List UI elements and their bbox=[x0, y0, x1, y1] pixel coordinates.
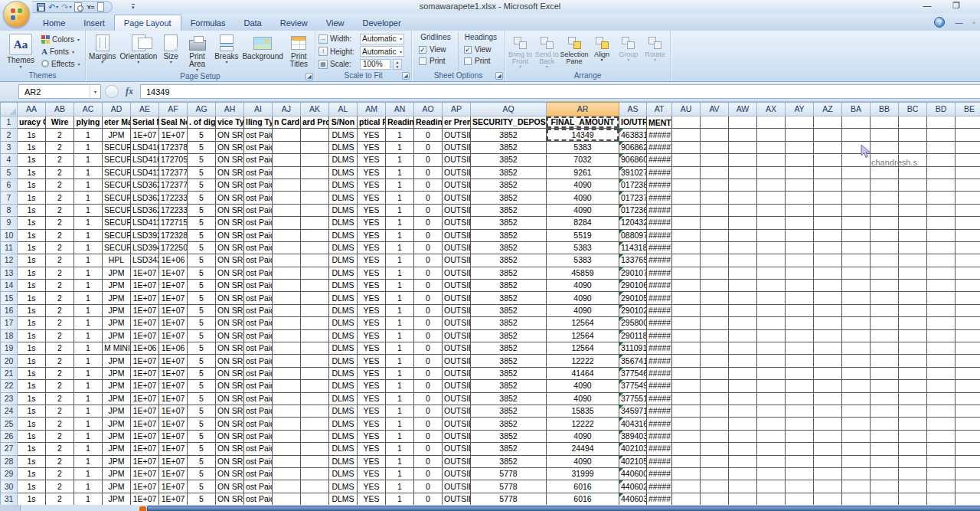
cell-AD10[interactable]: SECURE bbox=[103, 229, 131, 241]
cell-AJ4[interactable] bbox=[273, 154, 301, 166]
cell-AL24[interactable]: DLMS bbox=[329, 405, 358, 417]
cell-AS11[interactable]: 114318 bbox=[619, 241, 647, 254]
cell-BB5[interactable] bbox=[871, 166, 899, 179]
cell-AY28[interactable] bbox=[786, 455, 814, 467]
cell-AS5[interactable]: 391027 bbox=[619, 166, 647, 179]
document-icon[interactable] bbox=[97, 2, 104, 11]
cell-AH17[interactable]: ON SRB bbox=[216, 317, 244, 329]
cell-AX5[interactable] bbox=[757, 166, 786, 179]
cell-AL17[interactable]: DLMS bbox=[329, 317, 358, 329]
cell-AH26[interactable]: ON SRB bbox=[216, 430, 244, 442]
cell-AH22[interactable]: ON SRB bbox=[216, 380, 244, 392]
cell-AV1[interactable] bbox=[701, 116, 729, 129]
cell-BE1[interactable] bbox=[956, 116, 980, 129]
cell-AX7[interactable] bbox=[757, 192, 786, 204]
cell-AD24[interactable]: JPM bbox=[103, 405, 131, 417]
cell-AX13[interactable] bbox=[757, 267, 786, 279]
cell-AM14[interactable]: YES bbox=[358, 280, 386, 292]
cell-BD18[interactable] bbox=[927, 329, 956, 342]
cell-AB19[interactable]: 2 bbox=[46, 342, 74, 355]
cell-AT20[interactable]: ##### bbox=[647, 355, 672, 367]
formula-input[interactable]: 14349 bbox=[140, 84, 980, 99]
cell-BC2[interactable] bbox=[899, 129, 927, 141]
cell-BA12[interactable] bbox=[842, 254, 871, 267]
cell-BC14[interactable] bbox=[899, 280, 927, 292]
cell-AN22[interactable]: 1 bbox=[386, 380, 414, 392]
cell-AG18[interactable]: 5 bbox=[188, 329, 216, 342]
cell-AO5[interactable]: 0 bbox=[414, 166, 443, 179]
cell-AZ7[interactable] bbox=[814, 192, 842, 204]
cell-BE24[interactable] bbox=[956, 405, 980, 417]
cell-AP10[interactable]: OUTSIDI bbox=[443, 229, 471, 241]
row-header-17[interactable]: 17 bbox=[1, 317, 18, 329]
cell-BD11[interactable] bbox=[927, 241, 956, 254]
cell-AI1[interactable]: lling Ty bbox=[244, 116, 273, 129]
cell-BD21[interactable] bbox=[927, 367, 956, 379]
cell-AW13[interactable] bbox=[729, 267, 757, 279]
cell-AR22[interactable]: 4090 bbox=[547, 380, 619, 392]
row-header-27[interactable]: 27 bbox=[1, 443, 18, 455]
cell-BB10[interactable] bbox=[871, 229, 899, 241]
cell-AJ10[interactable] bbox=[273, 229, 301, 241]
cell-AH11[interactable]: ON SRB bbox=[216, 241, 244, 254]
cell-AA26[interactable]: 1s bbox=[18, 430, 46, 442]
cell-AC16[interactable]: 1 bbox=[74, 304, 103, 316]
cell-AR31[interactable]: 6016 bbox=[547, 493, 619, 505]
cell-AJ12[interactable] bbox=[273, 254, 301, 267]
cell-BA20[interactable] bbox=[842, 355, 871, 367]
cell-AC23[interactable]: 1 bbox=[74, 392, 103, 405]
cell-AE27[interactable]: 1E+07 bbox=[131, 443, 159, 455]
cell-AF8[interactable]: 172233 bbox=[159, 204, 188, 216]
cell-AG8[interactable]: 5 bbox=[188, 204, 216, 216]
cell-AK7[interactable] bbox=[301, 192, 329, 204]
cell-AO18[interactable]: 0 bbox=[414, 329, 443, 342]
cell-AT28[interactable]: ##### bbox=[647, 455, 672, 467]
cell-AR6[interactable]: 4090 bbox=[547, 179, 619, 191]
cell-AH10[interactable]: ON SRB bbox=[216, 229, 244, 241]
row-header-24[interactable]: 24 bbox=[1, 405, 18, 417]
cell-AX3[interactable] bbox=[757, 141, 786, 153]
cell-AI17[interactable]: ost Paid bbox=[244, 317, 273, 329]
cell-AZ9[interactable] bbox=[814, 217, 842, 229]
cell-BB29[interactable] bbox=[871, 467, 899, 480]
cell-BE2[interactable] bbox=[956, 129, 980, 141]
cell-AU1[interactable] bbox=[672, 116, 701, 129]
row-header-23[interactable]: 23 bbox=[1, 392, 18, 405]
cell-AK2[interactable] bbox=[301, 129, 329, 141]
cell-AK3[interactable] bbox=[301, 141, 329, 153]
cell-AL19[interactable]: DLMS bbox=[329, 342, 358, 355]
cell-BC8[interactable] bbox=[899, 204, 927, 216]
cell-AL28[interactable]: DLMS bbox=[329, 455, 358, 467]
cell-AG30[interactable]: 5 bbox=[188, 480, 216, 493]
cell-AR16[interactable]: 4090 bbox=[547, 304, 619, 316]
cell-AD6[interactable]: SECURE bbox=[103, 179, 131, 191]
cell-AX26[interactable] bbox=[757, 430, 786, 442]
cell-BE28[interactable] bbox=[956, 455, 980, 467]
cell-BC9[interactable] bbox=[899, 217, 927, 229]
cell-AH27[interactable]: ON SRB bbox=[216, 443, 244, 455]
cell-BC13[interactable] bbox=[899, 267, 927, 279]
cell-BC22[interactable] bbox=[899, 380, 927, 392]
cell-AM13[interactable]: YES bbox=[358, 267, 386, 279]
cell-AN8[interactable]: 1 bbox=[386, 204, 414, 216]
cell-AF9[interactable]: 172715 bbox=[159, 217, 188, 229]
cell-AO24[interactable]: 0 bbox=[414, 405, 443, 417]
cell-BE21[interactable] bbox=[956, 367, 980, 379]
cell-AE28[interactable]: 1E+07 bbox=[131, 455, 159, 467]
cell-AM20[interactable]: YES bbox=[358, 355, 386, 367]
cell-BD3[interactable] bbox=[927, 141, 956, 153]
cell-AC6[interactable]: 1 bbox=[74, 179, 103, 191]
tab-review[interactable]: Review bbox=[271, 15, 317, 31]
cell-AB27[interactable]: 2 bbox=[46, 443, 74, 455]
row-header-14[interactable]: 14 bbox=[1, 280, 18, 292]
cell-BD14[interactable] bbox=[927, 280, 956, 292]
cell-AF28[interactable]: 1E+07 bbox=[159, 455, 188, 467]
cell-AC14[interactable]: 1 bbox=[74, 280, 103, 292]
row-header-21[interactable]: 21 bbox=[1, 367, 18, 379]
cell-AY27[interactable] bbox=[786, 443, 814, 455]
cell-AL5[interactable]: DLMS bbox=[329, 166, 358, 179]
cell-BC16[interactable] bbox=[899, 304, 927, 316]
cell-AD11[interactable]: SECURE bbox=[103, 241, 131, 254]
cell-AT9[interactable]: ##### bbox=[647, 217, 672, 229]
cell-AT31[interactable]: ##### bbox=[647, 493, 672, 505]
